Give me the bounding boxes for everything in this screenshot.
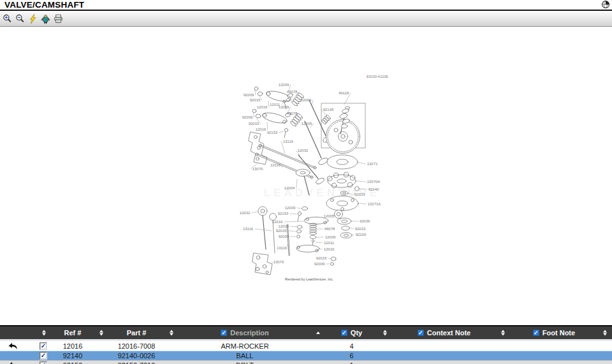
column-label: Description [230,329,269,337]
column-label: Part # [127,329,147,337]
callout-leader-line [297,208,302,208]
part-label[interactable]: 92015 [316,256,327,260]
part-label[interactable]: 92153 [267,131,278,135]
cell-foot-note [510,351,612,360]
zoom-out-button[interactable] [15,13,26,25]
diagram-code: E0130-A110E [367,75,388,78]
part-label[interactable]: 42036 [360,219,370,223]
sort-ascending-icon[interactable] [316,331,320,334]
cell-qty: 1 [325,361,392,364]
part-label[interactable]: 92015 [250,98,261,102]
sort-toggle-icon[interactable] [42,330,46,336]
column-header-description[interactable]: ✓Description [178,326,325,339]
part-label[interactable]: 12009 [279,105,289,109]
part-label[interactable]: 12005 [324,214,335,218]
callout-leader-line [253,113,254,117]
lightning-icon [28,14,38,24]
callout-leader-line [284,221,303,222]
part-label[interactable]: 49078 [287,112,298,115]
table-row[interactable]: ✓1201612016-7008ARM-ROCKER4 [0,341,612,351]
part-label[interactable]: 92140 [368,187,379,191]
callout-leader-line [328,258,330,259]
part-labels: 1200949078920099201512004120111200912016… [240,83,381,266]
cell-foot-note [510,341,612,351]
part-label[interactable]: 13271 [367,162,378,166]
part-label[interactable]: 12005 [302,122,312,126]
part-label[interactable]: 92009 [314,262,325,266]
row-checkbox[interactable]: ✓ [40,352,47,360]
part-label[interactable]: 12011 [324,241,335,245]
part-label[interactable]: 12009 [285,206,296,210]
globe-icon[interactable] [601,0,610,9]
callout-leader-line [316,242,322,243]
column-header-context-note[interactable]: ✓Context Note [392,326,510,339]
row-select-cell: ✓ [0,351,51,360]
part-label[interactable]: 12016 [272,220,283,224]
column-visibility-checkbox[interactable]: ✓ [221,330,227,336]
part-label[interactable]: 92015 [249,122,259,126]
part-label[interactable]: 92200 [356,233,367,237]
part-label[interactable]: 92145 [323,108,334,112]
column-header-ref[interactable]: Ref # [51,326,108,339]
part-label[interactable]: 13116 [277,246,288,250]
column-visibility-checkbox[interactable]: ✓ [418,330,424,336]
part-label[interactable]: 92009 [242,115,253,119]
column-label: Foot Note [543,329,575,337]
part-label[interactable]: 13070 [252,167,263,171]
callout-leader-line [279,131,284,133]
part-label[interactable]: 12004 [301,98,312,102]
print-button[interactable] [53,13,64,25]
zoom-in-button[interactable] [2,13,13,25]
column-header-qty[interactable]: ✓Qty [325,326,392,339]
sort-toggle-icon[interactable] [99,330,103,336]
exploded-parts-diagram[interactable]: LEADVENTURE [0,27,612,326]
part-label[interactable]: 49118 [339,91,349,95]
part-label[interactable]: 13116 [270,163,281,167]
part-label[interactable]: 92009 [279,235,289,238]
part-label[interactable]: 92009 [244,93,254,97]
part-label[interactable]: 13116 [243,227,254,231]
column-visibility-checkbox[interactable]: ✓ [533,330,539,336]
row-select-cell: ✓ [0,361,51,364]
part-label[interactable]: 12032 [298,149,309,152]
row-checkbox[interactable]: ✓ [40,361,47,364]
column-header-part[interactable]: Part # [108,326,178,339]
sort-toggle-icon[interactable] [603,330,607,336]
part-label[interactable]: 92033 [354,193,365,196]
sort-toggle-icon[interactable] [501,330,505,336]
part-label[interactable]: 13116 [283,140,294,143]
part-label[interactable]: 92015 [276,229,287,233]
part-label[interactable]: 92153 [278,212,289,215]
return-to-diagram-icon[interactable] [8,361,18,364]
sort-toggle-icon[interactable] [383,330,387,336]
part-label[interactable]: 92033 [355,227,366,231]
column-visibility-checkbox[interactable]: ✓ [341,330,347,336]
part-label[interactable]: 13070 [273,260,284,264]
callout-leader-line [359,203,367,204]
part-label[interactable]: 13271A [368,202,381,206]
sort-toggle-icon[interactable] [170,330,173,336]
cell-part: 92140-0026 [108,351,178,360]
column-header-foot-note[interactable]: ✓Foot Note [510,326,612,339]
part-label[interactable]: 12004 [284,186,295,190]
part-label[interactable]: 12016 [257,105,268,109]
return-to-diagram-icon[interactable] [8,342,18,350]
part-label[interactable]: 12032 [240,211,251,215]
part-label[interactable]: 13070A [367,180,381,184]
part-label[interactable]: 12016 [324,247,335,251]
part-label[interactable]: 49078 [324,227,335,231]
table-row[interactable]: ✓9215092150-7010BOLT1 [0,360,612,364]
mascot-button[interactable] [40,13,51,25]
part-label[interactable]: 12016 [256,127,266,131]
diagram-geometry [249,87,365,275]
table-row[interactable]: ✓9214092140-0026BALL6 [0,351,612,360]
cell-qty: 6 [325,351,392,360]
row-checkbox[interactable]: ✓ [40,342,47,350]
part-label[interactable]: 12032 [279,224,289,228]
flash-button[interactable] [27,13,38,25]
cell-context-note [392,351,510,360]
part-label[interactable]: 49078 [287,90,298,94]
part-label[interactable]: 12009 [279,83,289,87]
column-header-select[interactable] [0,326,51,339]
part-label[interactable]: 12009 [325,235,336,239]
